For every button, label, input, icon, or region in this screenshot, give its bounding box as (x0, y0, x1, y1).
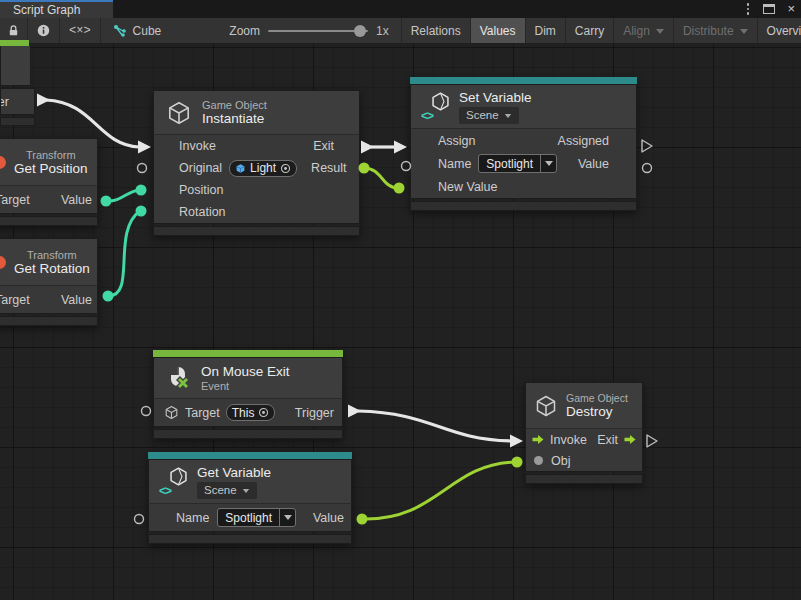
port-label-result[interactable]: Result (311, 161, 346, 175)
node-get-variable[interactable]: <> Get Variable Scene Name Spotlight Val… (148, 452, 352, 544)
maximize-icon[interactable] (763, 4, 775, 14)
port-label-target[interactable]: Target (185, 406, 220, 420)
node-title: Destroy (566, 404, 613, 419)
flow-in-port-icon[interactable] (531, 434, 545, 445)
port-label-rotation[interactable]: Rotation (179, 205, 226, 219)
window-controls: × (745, 0, 795, 18)
port-label-invoke[interactable]: Invoke (179, 139, 216, 153)
port-label-assigned[interactable]: Assigned (558, 134, 609, 148)
toolbar-button-values[interactable]: Values (471, 18, 526, 43)
node-footer (153, 226, 360, 236)
transform-icon (0, 156, 6, 169)
node-title: Get Variable (197, 465, 271, 480)
show-code-button[interactable]: <×> (60, 18, 101, 43)
more-menu-icon[interactable] (745, 1, 752, 17)
port-label-target[interactable]: Target (0, 193, 30, 207)
node-category: Transform (14, 249, 90, 261)
node-title: On Mouse Exit (201, 364, 290, 379)
port-label-original[interactable]: Original (179, 161, 222, 175)
zoom-control: Zoom 1x (173, 18, 401, 43)
variable-icon: <> (159, 466, 189, 498)
object-field-value: This (232, 406, 255, 420)
node-footer (153, 429, 343, 439)
variable-stripe (410, 77, 637, 84)
lock-icon (7, 24, 20, 37)
port-label-name[interactable]: Name (176, 511, 209, 525)
port-label-target[interactable]: Target (0, 293, 30, 307)
port-label-value[interactable]: Value (61, 193, 92, 207)
node-footer (525, 474, 643, 484)
object-picker-icon[interactable] (258, 407, 269, 418)
port-label-value[interactable]: Value (313, 511, 344, 525)
node-destroy[interactable]: Game Object Destroy Invoke Exit Obj (525, 382, 643, 484)
graph-icon (113, 24, 127, 37)
port-label-name[interactable]: Name (438, 157, 471, 171)
code-brackets-icon: <×> (69, 24, 91, 38)
port-label-new-value[interactable]: New Value (438, 180, 498, 194)
node-get-position[interactable]: Transform Get Position Target Value (0, 138, 98, 226)
node-header (0, 46, 31, 86)
toolbar-button-carry[interactable]: Carry (566, 18, 614, 43)
tab-script-graph[interactable]: Script Graph (0, 0, 113, 18)
zoom-slider[interactable] (268, 30, 368, 32)
port-label-assign[interactable]: Assign (438, 134, 476, 148)
node-get-rotation[interactable]: Transform Get Rotation Target Value (0, 238, 98, 326)
close-icon[interactable]: × (787, 4, 795, 14)
variable-name-dropdown[interactable]: Spotlight (217, 508, 296, 527)
object-field-target[interactable]: This (226, 404, 276, 421)
variable-name-dropdown[interactable]: Spotlight (478, 154, 557, 173)
chevron-down-icon (740, 29, 748, 38)
object-field-original[interactable]: Light (229, 160, 297, 177)
game-object-icon (235, 163, 246, 174)
port-label-exit[interactable]: Exit (313, 139, 334, 153)
node-subtitle: Event (201, 380, 229, 392)
game-object-cube-icon (166, 100, 192, 126)
transform-icon (0, 256, 6, 269)
port-label-invoke[interactable]: Invoke (550, 433, 587, 447)
toolbar-button-overview[interactable]: Overview (758, 18, 801, 43)
object-picker-icon[interactable] (280, 163, 291, 174)
toolbar-button-distribute[interactable]: Distribute (674, 18, 758, 43)
graph-name: Cube (133, 24, 162, 38)
mouse-exit-icon (164, 364, 192, 392)
variable-scope-dropdown[interactable]: Scene (459, 107, 519, 124)
variable-stripe (148, 452, 352, 459)
zoom-label: Zoom (229, 24, 260, 38)
toolbar-button-align[interactable]: Align (614, 18, 674, 43)
info-button[interactable] (28, 18, 60, 43)
port-label-trigger: Trigger (0, 95, 9, 109)
chevron-down-icon (656, 29, 664, 38)
variable-brackets-icon: <> (421, 109, 433, 123)
object-field-value: Light (250, 161, 276, 175)
variable-scope-dropdown[interactable]: Scene (197, 482, 257, 499)
flow-out-port-icon[interactable] (623, 434, 637, 445)
port-label-trigger[interactable]: Trigger (295, 406, 334, 420)
graph-canvas[interactable] (0, 44, 801, 600)
graph-breadcrumb[interactable]: Cube (101, 18, 174, 43)
value-port-icon[interactable] (534, 456, 543, 465)
port-label-value[interactable]: Value (578, 157, 609, 171)
event-stripe (153, 350, 343, 357)
node-category: Transform (14, 149, 88, 161)
toolbar-button-relations[interactable]: Relations (402, 18, 471, 43)
node-body: Trigger (0, 88, 35, 115)
node-on-mouse-exit[interactable]: On Mouse Exit Event Target This Trigger (153, 350, 343, 439)
node-category: Game Object (566, 392, 628, 404)
node-footer (0, 316, 98, 326)
node-title: Instantiate (202, 111, 264, 126)
port-label-exit[interactable]: Exit (597, 433, 618, 447)
node-title: Get Rotation (14, 261, 90, 276)
tab-label: Script Graph (13, 3, 80, 17)
port-label-obj[interactable]: Obj (551, 454, 570, 468)
node-instantiate[interactable]: Game Object Instantiate Invoke Exit Orig… (153, 90, 360, 236)
toolbar-button-dim[interactable]: Dim (526, 18, 566, 43)
node-set-variable[interactable]: <> Set Variable Scene Assign Assigned Na… (410, 77, 637, 211)
variable-brackets-icon: <> (159, 484, 171, 498)
port-label-value[interactable]: Value (61, 293, 92, 307)
port-label-position[interactable]: Position (179, 183, 223, 197)
zoom-slider-handle[interactable] (354, 25, 366, 37)
dropdown-button[interactable] (540, 155, 556, 172)
dropdown-button[interactable] (279, 509, 295, 526)
script-graph-window: Script Graph × <×> Cube (0, 0, 801, 600)
node-footer (0, 216, 98, 226)
